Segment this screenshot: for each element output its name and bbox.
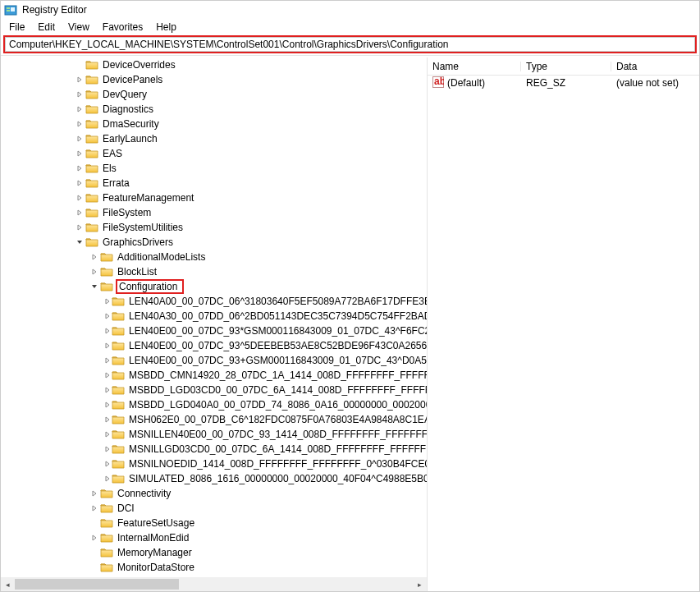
expand-right-icon[interactable] [75,91,85,98]
tree-item[interactable]: InternalMonEdid [1,530,427,545]
folder-icon [85,163,98,174]
expand-right-icon[interactable] [75,195,85,201]
expand-right-icon[interactable] [104,328,111,334]
expand-right-icon[interactable] [75,76,85,83]
expand-right-icon[interactable] [75,165,85,172]
tree-item[interactable]: BlockList [1,264,427,279]
tree-item[interactable]: DeviceOverrides [1,57,427,72]
expand-right-icon[interactable] [104,342,111,349]
tree-item[interactable]: Configuration [1,279,427,294]
tree-item[interactable]: LEN40E00_00_07DC_93+GSM000116843009_01_0… [1,353,427,368]
expand-right-icon[interactable] [104,431,111,438]
value-data: (value not set) [611,76,699,89]
tree-item[interactable]: SIMULATED_8086_1616_00000000_00020000_40… [1,471,427,486]
tree-item[interactable]: LEN40E00_00_07DC_93^5DEEBEB53AE8C52BDE96… [1,338,427,353]
tree-item[interactable]: EAS [1,146,427,161]
address-bar[interactable]: Computer\HKEY_LOCAL_MACHINE\SYSTEM\Contr… [5,37,695,52]
tree-item[interactable]: DevQuery [1,87,427,102]
tree-pane: DeviceOverridesDevicePanelsDevQueryDiagn… [1,57,428,591]
menu-edit[interactable]: Edit [31,20,62,34]
expand-right-icon[interactable] [104,387,111,393]
tree-item[interactable]: MSH062E0_00_07DB_C6^182FDC0875F0A76803E4… [1,412,427,427]
tree-item[interactable]: Els [1,161,427,176]
scroll-thumb[interactable] [15,579,179,590]
tree-item[interactable]: MSNILLGD03CD0_00_07DC_6A_1414_008D_FFFFF… [1,442,427,457]
folder-icon [85,59,98,71]
expand-right-icon[interactable] [75,150,85,157]
expand-right-icon[interactable] [89,535,99,541]
value-row[interactable]: ab (Default) REG_SZ (value not set) [428,76,699,90]
tree-item[interactable]: EarlyLaunch [1,131,427,146]
string-value-icon: ab [432,76,444,90]
tree-item[interactable]: DmaSecurity [1,117,427,131]
tree-item-label: LEN40A00_00_07DC_06^31803640F5EF5089A772… [127,296,427,307]
tree-item[interactable]: MSNILNOEDID_1414_008D_FFFFFFFF_FFFFFFFF_… [1,457,427,471]
expand-right-icon[interactable] [89,505,99,512]
menu-favorites[interactable]: Favorites [96,20,149,34]
tree-item[interactable]: MSBDD_CMN14920_28_07DC_1A_1414_008D_FFFF… [1,368,427,383]
expand-right-icon[interactable] [104,446,111,452]
folder-icon [100,547,113,558]
expand-right-icon[interactable] [75,135,85,142]
tree-item[interactable]: Errata [1,176,427,190]
tree-item-label: DCI [116,503,136,514]
tree-item[interactable]: FileSystemUtilities [1,220,427,235]
expand-right-icon[interactable] [104,298,111,305]
tree-item[interactable]: DevicePanels [1,72,427,87]
tree-item-label: MSH062E0_00_07DB_C6^182FDC0875F0A76803E4… [127,414,427,425]
folder-icon [85,89,98,100]
titlebar: Registry Editor [1,1,699,19]
scroll-left-button[interactable]: ◂ [1,577,15,591]
tree-item[interactable]: FileSystem [1,205,427,220]
scroll-right-button[interactable]: ▸ [413,577,427,591]
tree-item[interactable]: GraphicsDrivers [1,235,427,250]
horizontal-scrollbar[interactable]: ◂ ▸ [1,577,427,591]
tree-item-label: AdditionalModeLists [116,251,207,263]
scroll-track[interactable] [15,577,413,591]
folder-icon [85,236,98,248]
menu-file[interactable]: File [2,20,31,34]
expand-right-icon[interactable] [104,475,111,482]
tree-item-label: EAS [101,148,124,159]
tree-item[interactable]: DCI [1,501,427,516]
folder-icon [112,473,125,484]
tree-item-label: FileSystemUtilities [101,222,185,233]
tree-item[interactable]: MSBDD_LGD03CD0_00_07DC_6A_1414_008D_FFFF… [1,383,427,397]
tree-item[interactable]: Diagnostics [1,102,427,117]
menu-help[interactable]: Help [149,20,183,34]
tree-item[interactable]: MonitorDataStore [1,560,427,575]
expand-right-icon[interactable] [75,180,85,186]
expand-right-icon[interactable] [75,224,85,231]
folder-icon [100,517,113,529]
column-data[interactable]: Data [611,59,699,74]
expand-right-icon[interactable] [75,209,85,216]
tree-item[interactable]: MSNILLEN40E00_00_07DC_93_1414_008D_FFFFF… [1,427,427,442]
expand-down-icon[interactable] [89,283,99,290]
tree-item[interactable]: LEN40A00_00_07DC_06^31803640F5EF5089A772… [1,294,427,309]
expand-right-icon[interactable] [89,268,99,275]
tree-item[interactable]: LEN40A30_00_07DD_06^2BD051143DEC35C7394D… [1,309,427,324]
tree-item[interactable]: FeatureManagement [1,190,427,205]
expand-right-icon[interactable] [104,402,111,408]
expand-right-icon[interactable] [75,106,85,112]
expand-right-icon[interactable] [104,357,111,364]
tree-item[interactable]: MemoryManager [1,545,427,560]
tree-item[interactable]: LEN40E00_00_07DC_93*GSM000116843009_01_0… [1,324,427,338]
expand-right-icon[interactable] [89,490,99,497]
menu-view[interactable]: View [62,20,96,34]
expand-right-icon[interactable] [75,121,85,127]
expand-right-icon[interactable] [89,254,99,260]
expand-right-icon[interactable] [104,372,111,379]
tree-item[interactable]: AdditionalModeLists [1,250,427,264]
column-name[interactable]: Name [428,59,521,74]
expand-down-icon[interactable] [75,239,85,246]
folder-icon [112,399,125,411]
expand-right-icon[interactable] [104,461,111,467]
column-type[interactable]: Type [521,59,611,74]
folder-icon [100,562,113,573]
tree-item[interactable]: MSBDD_LGD040A0_00_07DD_74_8086_0A16_0000… [1,397,427,412]
expand-right-icon[interactable] [104,416,111,423]
expand-right-icon[interactable] [104,313,111,319]
tree-item[interactable]: FeatureSetUsage [1,516,427,530]
tree-item[interactable]: Connectivity [1,486,427,501]
